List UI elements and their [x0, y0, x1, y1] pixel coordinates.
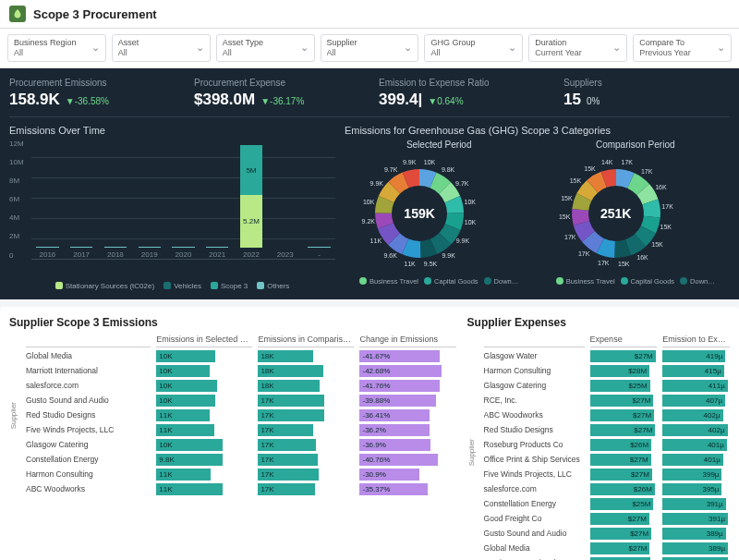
bar-cell[interactable]: 399µ	[662, 469, 721, 481]
bar-cell[interactable]: 18K	[258, 380, 320, 392]
donut-selected[interactable]: 10K9.8K9.7K10K10K9.9K9.9K9.5K11K9.6K11K9…	[359, 153, 479, 274]
bar-cell[interactable]: 11K	[156, 409, 210, 421]
legend-item[interactable]: Down…	[680, 277, 715, 286]
bar-cell[interactable]: 401µ	[662, 439, 727, 451]
bar-cell[interactable]: 389µ	[662, 542, 728, 554]
table-title: Supplier Scope 3 Emissions	[9, 316, 456, 329]
legend-item[interactable]: Scope 3	[211, 282, 248, 290]
bar-cell[interactable]: 17K	[258, 395, 324, 407]
bar-cell[interactable]: 389µ	[662, 528, 725, 540]
bar-cell[interactable]: -36.41%	[359, 409, 430, 421]
column-header[interactable]: Change in Emissions	[359, 335, 455, 347]
bar-cell[interactable]: 419µ	[662, 350, 725, 362]
bar-cell[interactable]: $27M	[590, 454, 651, 466]
bar-cell[interactable]: 11K	[156, 424, 214, 436]
donut-comparison[interactable]: 17K17K16K17K15K15K16K15K17K17K17K15K15K1…	[556, 153, 676, 274]
bar-cell[interactable]: 415µ	[662, 365, 723, 377]
bar-segment[interactable]	[36, 247, 58, 248]
bar-cell[interactable]: $27M	[590, 542, 650, 554]
bar-cell[interactable]: $27M	[590, 424, 656, 436]
legend-item[interactable]: Stationary Sources (tC02e)	[55, 282, 155, 290]
bar-cell[interactable]: 11K	[156, 483, 222, 495]
bar-cell[interactable]: $28M	[590, 365, 650, 377]
bar-cell[interactable]: -36.9%	[359, 439, 430, 451]
bar-cell[interactable]: 10K	[156, 395, 215, 407]
legend-item[interactable]: Business Travel	[359, 277, 418, 286]
bar-segment[interactable]: 5.2M	[240, 195, 262, 247]
bar-segment[interactable]	[70, 247, 92, 248]
bar-cell[interactable]: 11K	[156, 469, 210, 481]
bar-cell[interactable]: -41.76%	[359, 380, 440, 392]
filter-label: GHG Group	[430, 38, 475, 48]
bar-cell[interactable]: 391µ	[662, 498, 725, 510]
bar-cell[interactable]: 18K	[258, 350, 312, 362]
bar-cell[interactable]: 17K	[258, 439, 316, 451]
bar-cell[interactable]: $27M	[590, 557, 650, 560]
bar-cell[interactable]: 17K	[258, 454, 318, 466]
column-header[interactable]: Emissions in Selected Perio…	[156, 335, 252, 347]
bar-cell[interactable]: -42.68%	[359, 365, 442, 377]
slice-label: 14K	[601, 158, 613, 164]
bar-cell[interactable]: 17K	[258, 469, 318, 481]
bar-cell[interactable]: 10K	[156, 439, 223, 451]
slice-label: 17K	[564, 233, 576, 239]
bar-cell[interactable]: 402µ	[662, 424, 727, 436]
filter-business-region[interactable]: Business Region All ⌄	[7, 34, 106, 62]
supplier-name: Red Studio Designs	[26, 408, 151, 422]
bar-cell[interactable]: 395µ	[662, 483, 721, 495]
bar-segment[interactable]	[104, 247, 127, 248]
bar-cell[interactable]: 17K	[258, 424, 312, 436]
legend-item[interactable]: Others	[257, 282, 289, 290]
bar-cell[interactable]: 402µ	[662, 409, 722, 421]
filter-duration[interactable]: Duration Current Year ⌄	[528, 34, 627, 62]
bar-cell[interactable]: 401µ	[662, 454, 723, 466]
filter-ghg-group[interactable]: GHG Group All ⌄	[424, 34, 523, 62]
filter-compare-to[interactable]: Compare To Previous Year ⌄	[633, 34, 732, 62]
bar-cell[interactable]: 17K	[258, 409, 324, 421]
bar-cell[interactable]: -30.9%	[359, 469, 418, 481]
bar-cell[interactable]: 18K	[258, 365, 323, 377]
filter-asset[interactable]: Asset All ⌄	[112, 34, 211, 62]
bar-cell[interactable]: 389µ	[662, 557, 728, 560]
bar-cell[interactable]: 407µ	[662, 395, 725, 407]
bar-cell[interactable]: $25M	[590, 498, 654, 510]
bar-segment[interactable]: 5M	[240, 145, 262, 195]
column-header[interactable]: Emission to Expe…	[662, 335, 730, 347]
bar-cell[interactable]: $25M	[590, 380, 650, 392]
legend-item[interactable]: Business Travel	[556, 277, 615, 286]
bar-cell[interactable]: $27M	[590, 513, 649, 525]
legend-item[interactable]: Down…	[484, 277, 519, 286]
filter-asset-type[interactable]: Asset Type All ⌄	[216, 34, 315, 62]
bar-cell[interactable]: 391µ	[662, 513, 728, 525]
bar-segment[interactable]	[172, 247, 194, 248]
bar-cell[interactable]: $27M	[590, 395, 654, 407]
bar-segment[interactable]	[139, 247, 161, 248]
bar-cell[interactable]: -39.88%	[359, 395, 436, 407]
bar-cell[interactable]: $26M	[590, 439, 652, 451]
bar-cell[interactable]: -36.2%	[359, 424, 429, 436]
bar-cell[interactable]: -35.37%	[359, 483, 428, 495]
column-header[interactable]: Emissions in Comparison P…	[258, 335, 354, 347]
bar-cell[interactable]: 10K	[156, 350, 215, 362]
bar-cell[interactable]: -41.67%	[359, 350, 440, 362]
legend-item[interactable]: Capital Goods	[621, 277, 675, 286]
bar-column: 2016	[31, 247, 64, 259]
bar-cell[interactable]: $27M	[590, 528, 652, 540]
bar-segment[interactable]	[308, 247, 330, 248]
legend-item[interactable]: Capital Goods	[424, 277, 479, 286]
bar-cell[interactable]: $27M	[590, 350, 656, 362]
legend-item[interactable]: Vehicles	[164, 282, 201, 290]
bar-segment[interactable]	[206, 247, 228, 248]
filter-supplier[interactable]: Supplier All ⌄	[321, 34, 419, 62]
bar-cell[interactable]: 10K	[156, 380, 217, 392]
bar-cell[interactable]: $26M	[590, 483, 655, 495]
column-header[interactable]: Expense	[590, 335, 658, 347]
bar-cell[interactable]: 17K	[258, 483, 314, 495]
bar-cell[interactable]: 411µ	[662, 380, 728, 392]
bar-cell[interactable]: $27M	[590, 409, 654, 421]
bar-cell[interactable]: -40.76%	[359, 454, 438, 466]
bar-cell[interactable]: 10K	[156, 365, 210, 377]
bar-cell[interactable]: $27M	[590, 469, 652, 481]
bar-cell[interactable]: 9.8K	[156, 454, 223, 466]
bar-column: 2021	[201, 247, 234, 259]
